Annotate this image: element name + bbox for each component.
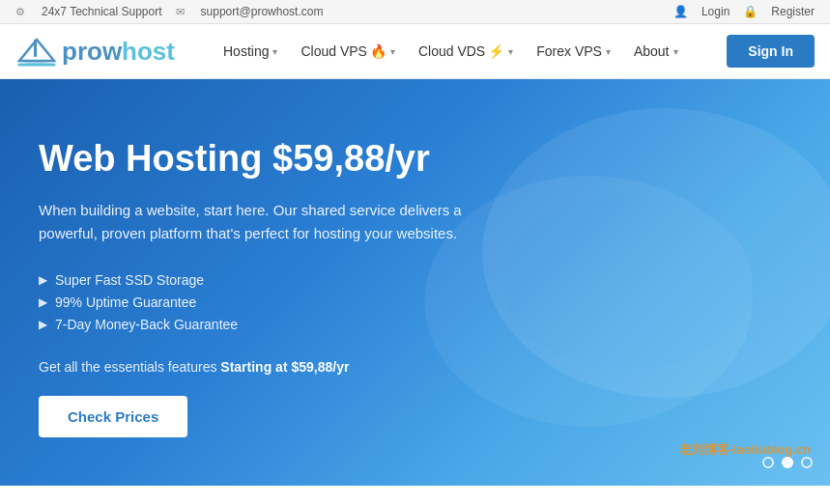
signin-button[interactable]: Sign In [727,35,815,68]
logo-text: prowhost [62,37,175,67]
chevron-down-icon: ▾ [606,46,611,57]
hero-features: ▶ Super Fast SSD Storage ▶ 99% Uptime Gu… [39,272,580,332]
arrow-icon: ▶ [39,273,47,287]
support-icon: ⚙ [15,6,25,18]
nav-items: Hosting ▾ Cloud VPS 🔥 ▾ Cloud VDS ⚡ ▾ Fo… [214,36,727,67]
fire-icon: 🔥 [370,43,386,59]
hero-subtitle: When building a website, start here. Our… [39,199,512,245]
navbar: prowhost Hosting ▾ Cloud VPS 🔥 ▾ Cloud V… [0,24,830,79]
hero-title: Web Hosting $59,88/yr [39,137,580,182]
lightning-icon: ⚡ [488,43,504,59]
nav-cloud-vps[interactable]: Cloud VPS 🔥 ▾ [291,36,404,67]
nav-hosting[interactable]: Hosting ▾ [214,36,287,67]
hero-section: Web Hosting $59,88/yr When building a we… [0,79,830,486]
feature-moneyback: ▶ 7-Day Money-Back Guarantee [39,317,580,332]
support-text: 24x7 Technical Support [42,5,162,18]
register-link[interactable]: Register [771,5,815,18]
slider-dot-2[interactable] [782,457,793,468]
check-prices-button[interactable]: Check Prices [39,396,187,437]
chevron-down-icon: ▾ [673,46,678,57]
nav-about[interactable]: About ▾ [624,36,688,67]
chevron-down-icon: ▾ [390,46,395,57]
logo-icon [15,32,58,70]
logo[interactable]: prowhost [15,32,175,70]
topbar-right: 👤 Login 🔒 Register [673,5,815,18]
login-link[interactable]: Login [701,5,730,18]
slider-dots [762,457,813,468]
chevron-down-icon: ▾ [272,46,277,57]
svg-rect-1 [34,40,37,57]
chevron-down-icon: ▾ [508,46,513,57]
hero-essentials: Get all the essentials features Starting… [39,359,580,375]
user-icon: 👤 [673,5,688,18]
topbar-left: ⚙ 24x7 Technical Support ✉ support@prowh… [15,5,323,18]
nav-cloud-vds[interactable]: Cloud VDS ⚡ ▾ [409,36,523,67]
support-email[interactable]: support@prowhost.com [201,5,324,18]
lock-icon: 🔒 [743,5,758,18]
nav-forex-vps[interactable]: Forex VPS ▾ [527,36,620,67]
feature-ssd: ▶ Super Fast SSD Storage [39,272,580,288]
slider-dot-1[interactable] [762,457,774,468]
hero-content: Web Hosting $59,88/yr When building a we… [39,137,580,437]
topbar: ⚙ 24x7 Technical Support ✉ support@prowh… [0,0,830,24]
slider-dot-3[interactable] [801,457,813,468]
feature-uptime: ▶ 99% Uptime Guarantee [39,294,580,310]
arrow-icon: ▶ [39,295,47,309]
arrow-icon: ▶ [39,318,47,331]
email-icon: ✉ [176,6,185,18]
